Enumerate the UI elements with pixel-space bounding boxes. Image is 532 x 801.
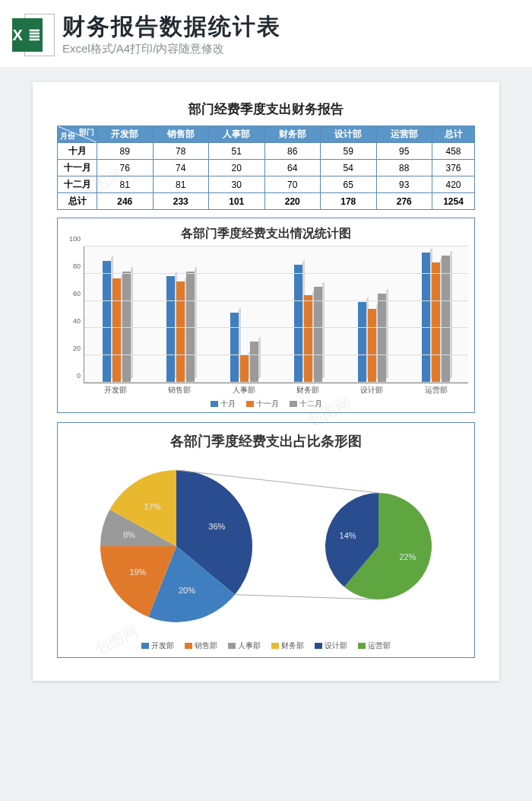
col-header: 销售部 xyxy=(153,126,209,143)
bar xyxy=(240,355,249,383)
bar xyxy=(368,309,376,383)
svg-line-1 xyxy=(176,470,378,493)
col-header: 总计 xyxy=(432,126,475,143)
bar xyxy=(378,294,386,383)
bar-chart-title: 各部门季度经费支出情况统计图 xyxy=(64,226,468,242)
pie-chart-title: 各部门季度经费支出占比条形图 xyxy=(64,432,468,450)
excel-icon: X ≣ xyxy=(12,14,55,56)
bar xyxy=(442,256,450,383)
bar xyxy=(103,261,111,383)
col-header: 财务部 xyxy=(264,126,321,143)
table-row: 十一月767420645488376 xyxy=(58,160,475,176)
bar xyxy=(432,262,440,383)
bar-chart-box: 各部门季度经费支出情况统计图 020406080100 开发部销售部人事部财务部… xyxy=(57,218,475,413)
bar xyxy=(294,265,302,383)
pie-chart-box: 各部门季度经费支出占比条形图 36%20%19%8%17% 22%14% 开发部… xyxy=(57,422,475,658)
pie-legend: 开发部 销售部 人事部 财务部 设计部 运营部 xyxy=(64,640,468,651)
document-page: 包图网 包图网 包图网 部门经费季度支出财务报告 部门 月份 开发部 销售部 人… xyxy=(33,82,499,681)
bar xyxy=(230,313,239,383)
report-title: 部门经费季度支出财务报告 xyxy=(57,100,475,118)
data-table: 部门 月份 开发部 销售部 人事部 财务部 设计部 运营部 总计 十月89785… xyxy=(57,126,475,210)
page-title: 财务报告数据统计表 xyxy=(62,14,520,39)
table-row: 十月897851865995458 xyxy=(58,143,475,160)
bar xyxy=(422,253,430,383)
bar xyxy=(250,342,258,383)
table-row: 十二月818130706593420 xyxy=(58,176,475,193)
bar xyxy=(166,276,175,383)
bar xyxy=(112,278,121,383)
bar xyxy=(304,295,312,383)
bar-legend: 十月 十一月 十二月 xyxy=(64,399,468,409)
page-subtitle: Excel格式/A4打印/内容随意修改 xyxy=(62,42,520,56)
col-header: 开发部 xyxy=(97,126,154,143)
bar xyxy=(176,281,185,383)
col-header: 人事部 xyxy=(209,126,265,143)
col-header: 运营部 xyxy=(376,126,432,143)
col-header: 设计部 xyxy=(321,126,377,143)
page-header: X ≣ 财务报告数据统计表 Excel格式/A4打印/内容随意修改 xyxy=(0,0,532,67)
svg-line-2 xyxy=(235,595,378,599)
table-corner: 部门 月份 xyxy=(58,126,97,143)
bar xyxy=(358,302,366,383)
bar xyxy=(314,287,322,383)
table-row: 总计2462331012201782761254 xyxy=(58,193,475,210)
